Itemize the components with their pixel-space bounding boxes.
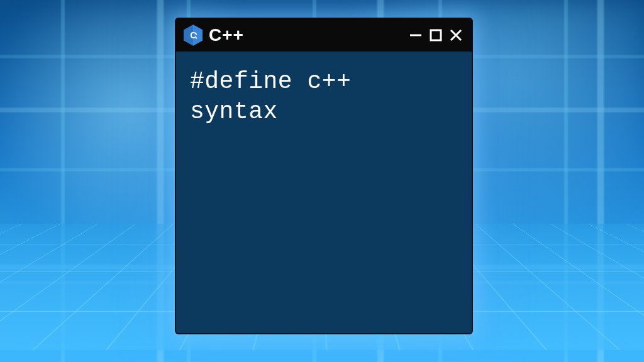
- svg-text:+: +: [196, 36, 198, 40]
- code-editor-content[interactable]: #define c++ syntax: [176, 52, 472, 141]
- window-title: C++: [209, 25, 401, 45]
- window-controls: [408, 27, 464, 43]
- maximize-button[interactable]: [428, 27, 444, 43]
- svg-text:+: +: [196, 32, 198, 36]
- code-line-1: #define c++: [190, 68, 351, 95]
- close-button[interactable]: [448, 27, 464, 43]
- code-line-2: syntax: [190, 98, 278, 125]
- cpp-icon: C + +: [184, 25, 203, 46]
- minimize-button[interactable]: [408, 27, 424, 43]
- titlebar[interactable]: C + + C++: [176, 19, 472, 52]
- code-window: C + + C++ #define c++ syntax: [176, 19, 472, 333]
- svg-rect-7: [431, 30, 441, 40]
